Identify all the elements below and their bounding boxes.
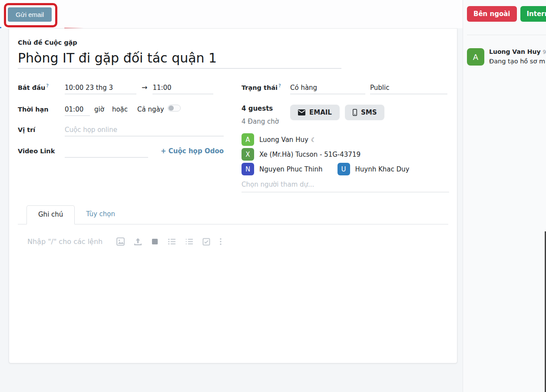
all-day-toggle[interactable] xyxy=(168,105,181,112)
attendee-list: A Luong Van Huy ☾ X Xe (Mr.Hà) Tucson - … xyxy=(242,133,449,192)
attendee-name: Luong Van Huy xyxy=(259,136,308,144)
attendee-item[interactable]: X Xe (Mr.Hà) Tucson - 51G-43719 xyxy=(242,148,449,161)
start-label: Bắt đầu? xyxy=(18,83,65,91)
status-label: Trạng thái? xyxy=(242,83,290,91)
duration-label: Thời hạn xyxy=(18,106,65,113)
checklist-icon[interactable] xyxy=(202,238,210,246)
attendee-avatar: A xyxy=(242,133,254,146)
message-avatar: A xyxy=(467,48,484,66)
moon-status-icon: ☾ xyxy=(311,136,317,143)
end-datetime-input[interactable]: 11:00 xyxy=(152,84,213,94)
email-guests-button[interactable]: EMAIL xyxy=(290,105,340,120)
attendee-name: Huynh Khac Duy xyxy=(355,165,410,173)
more-options-icon[interactable] xyxy=(219,237,222,246)
guests-count-label: 4 guests xyxy=(242,105,290,112)
status-help-marker: ? xyxy=(278,83,281,88)
or-label: hoặc xyxy=(112,105,128,113)
attendee-item[interactable]: A Luong Van Huy ☾ xyxy=(242,133,449,146)
event-form-sheet: Chủ đề Cuộc gặp Phòng IT đi gặp đối tác … xyxy=(9,28,457,363)
sms-guests-button[interactable]: SMS xyxy=(345,105,385,120)
mobile-phone-icon xyxy=(353,109,357,116)
attendee-item[interactable]: N Nguyen Phuc Thinh xyxy=(242,163,323,175)
right-field-column: Trạng thái? Có hàng Public 4 guests 4 Đa… xyxy=(242,83,449,192)
envelope-icon xyxy=(298,109,305,115)
form-view-background: Chủ đề Cuộc gặp Phòng IT đi gặp đối tác … xyxy=(0,28,463,392)
message-time: 9:38 xyxy=(543,49,546,55)
privacy-select[interactable]: Public xyxy=(370,84,447,94)
attendee-name: Xe (Mr.Hà) Tucson - 51G-43719 xyxy=(259,151,361,158)
date-range-arrow-icon: → xyxy=(142,83,147,92)
left-field-column: Bắt đầu? 10:00 23 thg 3 → 11:00 Thời hạn… xyxy=(18,83,224,192)
attendee-select-input[interactable]: Chọn người tham dự... xyxy=(242,181,449,192)
location-input[interactable]: Cuộc họp online xyxy=(65,126,224,136)
chatter-panel: Bên ngoài Internal A Luong Van Huy9:38 Đ… xyxy=(463,0,546,392)
tab-options[interactable]: Tùy chọn xyxy=(75,205,126,224)
add-odoo-meeting-link[interactable]: + Cuộc họp Odoo xyxy=(161,147,224,155)
notes-editor[interactable]: Nhập "/" cho các lệnh xyxy=(18,224,448,246)
attendee-item[interactable]: U Huynh Khac Duy xyxy=(338,163,410,175)
bulleted-list-icon[interactable] xyxy=(168,237,176,246)
message-author: Luong Van Huy9:38 xyxy=(489,48,546,55)
subject-label: Chủ đề Cuộc gặp xyxy=(18,39,448,46)
message-text: Đang tạo hồ sơ m xyxy=(489,58,546,65)
attendee-avatar: N xyxy=(242,163,254,175)
location-label: Vị trí xyxy=(18,126,65,133)
all-day-label: Cả ngày xyxy=(137,105,164,113)
video-link-label: Video Link xyxy=(18,148,65,155)
editor-toolbar xyxy=(116,237,222,246)
editor-placeholder: Nhập "/" cho các lệnh xyxy=(27,237,103,246)
start-help-marker: ? xyxy=(46,83,49,88)
attendee-avatar: U xyxy=(338,163,350,175)
duration-unit-label: giờ xyxy=(94,105,104,113)
guests-awaiting-label: 4 Đang chờ xyxy=(242,118,290,125)
control-panel: Gửi email xyxy=(0,0,463,28)
internal-note-button[interactable]: Internal xyxy=(520,6,546,22)
send-email-button[interactable]: Gửi email xyxy=(8,7,52,22)
duration-input[interactable]: 01:00 xyxy=(65,105,90,116)
attendee-name: Nguyen Phuc Thinh xyxy=(259,165,323,173)
upload-file-icon[interactable] xyxy=(134,237,142,246)
subject-input[interactable]: Phòng IT đi gặp đối tác quận 1 xyxy=(18,50,341,69)
notebook-tabs: Ghi chú Tùy chọn xyxy=(18,205,448,224)
attendee-avatar: X xyxy=(242,148,254,161)
external-message-button[interactable]: Bên ngoài xyxy=(467,6,517,22)
numbered-list-icon[interactable] xyxy=(185,237,193,246)
status-select[interactable]: Có hàng xyxy=(290,84,365,94)
insert-block-icon[interactable] xyxy=(151,238,159,245)
guests-summary: 4 guests 4 Đang chờ xyxy=(242,105,290,125)
start-datetime-input[interactable]: 10:00 23 thg 3 xyxy=(65,84,136,94)
insert-image-icon[interactable] xyxy=(116,237,125,246)
tab-notes[interactable]: Ghi chú xyxy=(26,205,75,224)
chatter-message: A Luong Van Huy9:38 Đang tạo hồ sơ m xyxy=(463,35,546,66)
